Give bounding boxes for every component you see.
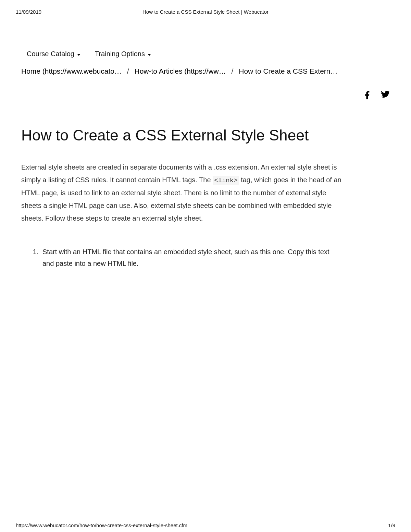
social-share xyxy=(364,91,390,101)
caret-down-icon xyxy=(148,54,151,56)
print-footer-url: https://www.webucator.com/how-to/how-cre… xyxy=(16,522,187,528)
intro-code-link-tag: <link> xyxy=(213,176,239,185)
step-1: Start with an HTML file that contains an… xyxy=(40,246,341,269)
breadcrumb-howto[interactable]: How-to Articles (https://ww… xyxy=(134,67,226,75)
nav-training-options[interactable]: Training Options xyxy=(95,50,151,58)
breadcrumb-current: How to Create a CSS Extern… xyxy=(239,67,337,75)
print-date: 11/09/2019 xyxy=(16,9,41,15)
print-page-indicator: 1/9 xyxy=(388,522,395,528)
breadcrumb-sep: / xyxy=(232,67,234,75)
breadcrumb-sep: / xyxy=(127,67,129,75)
steps-list: Start with an HTML file that contains an… xyxy=(21,246,341,269)
print-header-title: How to Create a CSS External Style Sheet… xyxy=(0,9,411,15)
nav-course-catalog[interactable]: Course Catalog xyxy=(27,50,80,58)
intro-paragraph: External style sheets are created in sep… xyxy=(21,161,341,225)
caret-down-icon xyxy=(77,54,80,56)
article: How to Create a CSS External Style Sheet… xyxy=(21,127,341,269)
twitter-icon[interactable] xyxy=(381,91,390,101)
facebook-icon[interactable] xyxy=(364,91,371,101)
nav-course-catalog-label: Course Catalog xyxy=(27,50,74,58)
breadcrumb-home[interactable]: Home (https://www.webucato… xyxy=(21,67,122,75)
breadcrumb: Home (https://www.webucato… / How-to Art… xyxy=(21,67,390,75)
page-title: How to Create a CSS External Style Sheet xyxy=(21,127,341,144)
main-nav: Course Catalog Training Options xyxy=(27,50,151,58)
nav-training-options-label: Training Options xyxy=(95,50,145,58)
